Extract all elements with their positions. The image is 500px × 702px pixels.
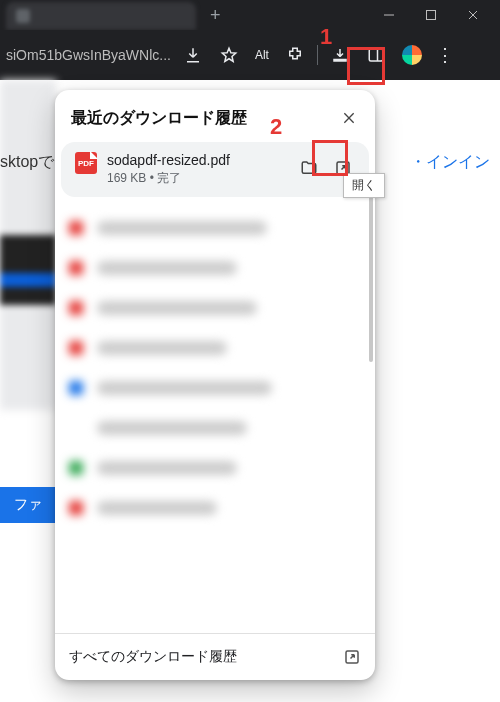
tab-strip: + xyxy=(6,0,227,30)
annotation-box-1 xyxy=(347,47,385,85)
open-external-icon xyxy=(343,648,361,666)
annotation-box-2 xyxy=(312,140,348,176)
download-list-blurred xyxy=(55,197,375,515)
footer-label: すべてのダウンロード履歴 xyxy=(69,648,237,666)
annotation-number-1: 1 xyxy=(320,24,332,50)
list-item xyxy=(69,501,361,515)
tooltip-open: 開く xyxy=(343,173,385,198)
scrollbar[interactable] xyxy=(369,192,373,362)
list-item xyxy=(69,301,361,315)
popover-close-button[interactable] xyxy=(335,104,363,132)
profile-avatar[interactable] xyxy=(398,41,426,69)
downloads-popover: 最近のダウンロード履歴 PDF sodapdf-resized.pdf 169 … xyxy=(55,90,375,680)
extensions-icon[interactable] xyxy=(281,41,309,69)
list-item xyxy=(69,221,361,235)
kebab-menu-icon[interactable]: ⋮ xyxy=(434,44,456,66)
popover-body: PDF sodapdf-resized.pdf 169 KB • 完了 xyxy=(55,142,375,633)
downloads-indicator-icon[interactable] xyxy=(179,41,207,69)
download-meta: 169 KB • 完了 xyxy=(107,170,283,187)
address-bar-fragment[interactable]: siOm51bGwsInByaWNlc... xyxy=(6,47,171,63)
bg-primary-button[interactable]: ファ xyxy=(0,487,55,523)
new-tab-button[interactable]: + xyxy=(204,2,227,28)
annotation-number-2: 2 xyxy=(270,114,282,140)
popover-title: 最近のダウンロード履歴 xyxy=(71,108,247,129)
window-titlebar: + xyxy=(0,0,500,30)
window-controls xyxy=(368,0,494,30)
all-downloads-link[interactable]: すべてのダウンロード履歴 xyxy=(55,633,375,680)
minimize-button[interactable] xyxy=(368,0,410,30)
list-item xyxy=(69,261,361,275)
bookmark-star-icon[interactable] xyxy=(215,41,243,69)
download-filename: sodapdf-resized.pdf xyxy=(107,152,283,168)
list-item xyxy=(69,341,361,355)
svg-rect-0 xyxy=(427,11,436,20)
maximize-button[interactable] xyxy=(410,0,452,30)
popover-header: 最近のダウンロード履歴 xyxy=(55,90,375,142)
close-window-button[interactable] xyxy=(452,0,494,30)
alt-label: Alt xyxy=(251,46,273,64)
bg-signin-link[interactable]: ・インイン xyxy=(410,152,490,173)
pdf-file-icon: PDF xyxy=(75,152,97,174)
favicon xyxy=(16,9,30,23)
browser-tab[interactable] xyxy=(6,2,196,30)
separator xyxy=(317,45,318,65)
bg-thumbnail xyxy=(0,235,56,305)
list-item xyxy=(69,461,361,475)
download-text: sodapdf-resized.pdf 169 KB • 完了 xyxy=(107,152,283,187)
list-item xyxy=(69,381,361,395)
list-item xyxy=(69,421,361,435)
bg-text: sktopで xyxy=(0,152,54,173)
browser-toolbar: siOm51bGwsInByaWNlc... Alt ⋮ xyxy=(0,30,500,80)
